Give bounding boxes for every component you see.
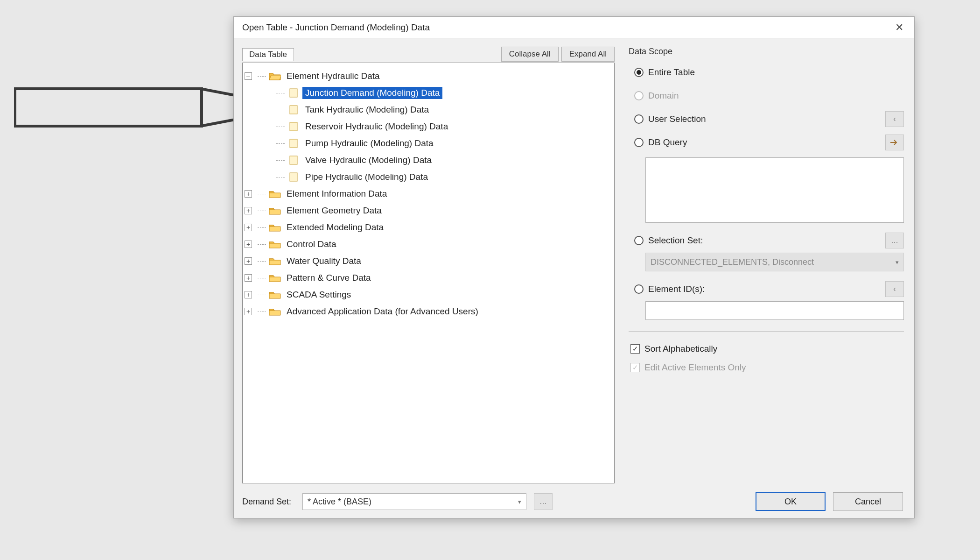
folder-icon — [269, 273, 281, 283]
sort-alphabetically-checkbox[interactable]: ✓ Sort Alphabetically — [630, 344, 904, 354]
svg-rect-5 — [290, 156, 297, 164]
radio-icon — [634, 236, 644, 245]
expand-icon[interactable]: + — [245, 207, 252, 214]
data-scope-label: Data Scope — [629, 47, 904, 57]
element-ids-textbox[interactable] — [645, 301, 904, 320]
tree-node[interactable]: Pipe Hydraulic (Modeling) Data — [263, 169, 612, 185]
tree-node[interactable]: +Element Geometry Data — [245, 202, 612, 219]
tree-node[interactable]: +Element Information Data — [245, 185, 612, 202]
tab-data-table[interactable]: Data Table — [242, 48, 294, 61]
svg-rect-6 — [290, 173, 297, 181]
expand-all-button[interactable]: Expand All — [561, 47, 615, 62]
radio-icon — [634, 91, 644, 100]
data-table-tree[interactable]: – Element Hydraulic Data Junction Demand… — [242, 63, 615, 483]
expand-icon[interactable]: + — [245, 274, 252, 282]
folder-icon — [269, 290, 281, 299]
file-icon — [287, 88, 300, 98]
user-selection-pick-button[interactable]: ‹ — [885, 111, 904, 127]
radio-icon — [634, 68, 644, 77]
radio-icon — [634, 114, 644, 124]
tree-node[interactable]: Valve Hydraulic (Modeling) Data — [263, 152, 612, 169]
close-icon[interactable]: ✕ — [891, 19, 908, 36]
ok-button[interactable]: OK — [756, 492, 826, 511]
expand-icon[interactable]: + — [245, 291, 252, 298]
tree-node[interactable]: +Pattern & Curve Data — [245, 269, 612, 286]
folder-icon — [269, 206, 281, 215]
edit-active-only-checkbox: ✓ Edit Active Elements Only — [630, 362, 904, 373]
svg-rect-3 — [290, 122, 297, 131]
dialog-title: Open Table - Junction Demand (Modeling) … — [242, 22, 891, 33]
radio-db-query[interactable]: DB Query — [634, 134, 904, 151]
svg-rect-4 — [290, 139, 297, 148]
chevron-down-icon: ▾ — [518, 498, 521, 505]
radio-element-ids[interactable]: Element ID(s): ‹ — [634, 281, 904, 298]
chevron-down-icon: ▾ — [896, 259, 899, 266]
svg-rect-0 — [15, 89, 202, 126]
radio-user-selection[interactable]: User Selection ‹ — [634, 111, 904, 128]
radio-domain: Domain — [634, 87, 904, 104]
demand-set-browse-button[interactable]: … — [534, 493, 553, 510]
titlebar: Open Table - Junction Demand (Modeling) … — [234, 17, 914, 38]
open-table-dialog: Open Table - Junction Demand (Modeling) … — [233, 16, 915, 518]
svg-rect-2 — [290, 106, 297, 114]
radio-icon — [634, 284, 644, 294]
tree-node[interactable]: +Water Quality Data — [245, 253, 612, 269]
file-icon — [287, 122, 300, 131]
expand-icon[interactable]: + — [245, 241, 252, 248]
folder-open-icon — [269, 71, 281, 81]
tree-node[interactable]: Reservoir Hydraulic (Modeling) Data — [263, 118, 612, 135]
demand-set-dropdown[interactable]: * Active * (BASE) ▾ — [302, 493, 526, 510]
db-query-textbox[interactable] — [645, 157, 904, 223]
tree-node[interactable]: +Control Data — [245, 236, 612, 253]
selection-set-browse-button[interactable]: … — [885, 233, 904, 248]
separator — [629, 331, 904, 332]
collapse-all-button[interactable]: Collapse All — [501, 47, 559, 62]
tree-node[interactable]: +Advanced Application Data (for Advanced… — [245, 303, 612, 320]
checkbox-checked-icon: ✓ — [630, 363, 640, 372]
demand-set-label: Demand Set: — [242, 497, 291, 507]
radio-entire-table[interactable]: Entire Table — [634, 64, 904, 81]
file-icon — [287, 139, 300, 148]
expand-icon[interactable]: + — [245, 308, 252, 315]
expand-icon[interactable]: + — [245, 190, 252, 198]
tree-node[interactable]: +Extended Modeling Data — [245, 219, 612, 236]
radio-selection-set[interactable]: Selection Set: … — [634, 232, 904, 249]
folder-icon — [269, 189, 281, 198]
cancel-button[interactable]: Cancel — [833, 492, 903, 511]
file-icon — [287, 105, 300, 114]
folder-icon — [269, 256, 281, 266]
file-icon — [287, 156, 300, 165]
folder-icon — [269, 223, 281, 232]
radio-icon — [634, 138, 644, 147]
tree-node[interactable]: Tank Hydraulic (Modeling) Data — [263, 101, 612, 118]
collapse-icon[interactable]: – — [245, 72, 252, 80]
tree-node[interactable]: Pump Hydraulic (Modeling) Data — [263, 135, 612, 152]
expand-icon[interactable]: + — [245, 257, 252, 265]
tree-node[interactable]: Junction Demand (Modeling) Data — [263, 85, 612, 101]
tree-node[interactable]: +SCADA Settings — [245, 286, 612, 303]
expand-icon[interactable]: + — [245, 224, 252, 231]
db-query-browse-button[interactable] — [885, 135, 904, 150]
folder-icon — [269, 240, 281, 249]
tree-node-element-hydraulic-data[interactable]: – Element Hydraulic Data — [245, 68, 612, 85]
element-ids-pick-button[interactable]: ‹ — [885, 281, 904, 297]
folder-icon — [269, 307, 281, 316]
selection-set-dropdown[interactable]: DISCONNECTED_ELEMENTS, Disconnect ▾ — [645, 253, 904, 271]
file-icon — [287, 172, 300, 182]
checkbox-checked-icon: ✓ — [630, 344, 640, 354]
svg-rect-1 — [290, 89, 297, 97]
